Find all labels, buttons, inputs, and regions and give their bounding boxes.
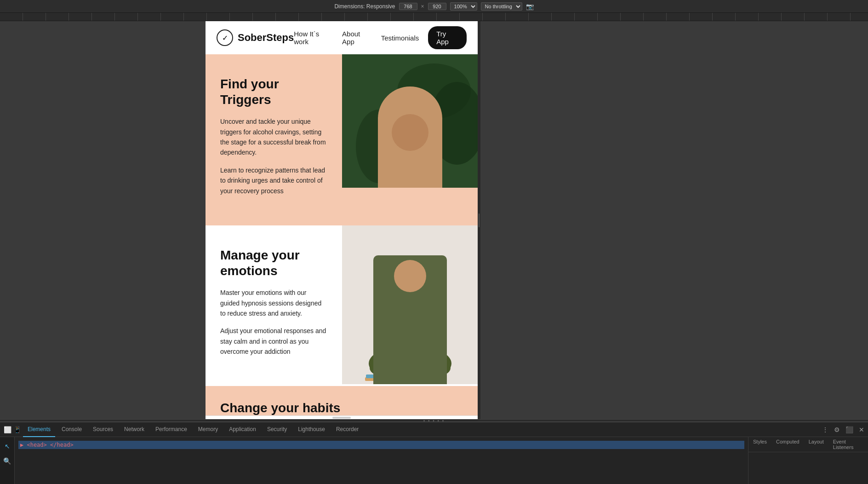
svg-point-24 bbox=[390, 265, 430, 285]
svg-rect-16 bbox=[388, 311, 432, 361]
devtools-panel: ⬜ 📱 Elements Console Sources Network Per… bbox=[0, 422, 868, 484]
svg-point-17 bbox=[372, 312, 395, 360]
svg-rect-27 bbox=[426, 283, 434, 293]
devtools-right-tab-computed[interactable]: Computed bbox=[771, 437, 804, 452]
svg-point-13 bbox=[370, 359, 406, 377]
devtools-tree-row-head[interactable]: ▶ <head> </head> bbox=[18, 441, 744, 449]
devtools-tab-recorder[interactable]: Recorder bbox=[331, 422, 363, 437]
svg-point-15 bbox=[373, 359, 447, 384]
devtools-action-icons: ⋮ ⚙ ⬛ ✕ bbox=[822, 426, 864, 433]
devtools-tab-console[interactable]: Console bbox=[57, 422, 86, 437]
nav-link-try-app[interactable]: Try App bbox=[428, 26, 467, 49]
man-illustration bbox=[342, 225, 478, 384]
woman-illustration bbox=[342, 54, 478, 188]
section-emotions: Manage your emotions Master your emotion… bbox=[206, 225, 478, 386]
logo-text: SoberSteps bbox=[238, 32, 294, 44]
app-navbar: ✓ SoberSteps How It`s work About App Tes… bbox=[206, 21, 478, 54]
nav-links: How It`s work About App Testimonials Try… bbox=[294, 26, 467, 49]
devtools-content: ↖ 🔍 ▶ <head> </head> Styles Computed Lay… bbox=[0, 437, 868, 484]
app-frame: ✓ SoberSteps How It`s work About App Tes… bbox=[206, 21, 478, 419]
devtools-tab-sources[interactable]: Sources bbox=[88, 422, 118, 437]
main-wrapper: ✓ SoberSteps How It`s work About App Tes… bbox=[0, 21, 868, 419]
devtools-tab-security[interactable]: Security bbox=[263, 422, 291, 437]
devtools-right-tab-layout[interactable]: Layout bbox=[804, 437, 828, 452]
checkmark-icon: ✓ bbox=[222, 34, 228, 42]
nav-link-how-it-works[interactable]: How It`s work bbox=[294, 30, 333, 46]
devtools-tab-network[interactable]: Network bbox=[120, 422, 149, 437]
scroll-bar[interactable] bbox=[206, 415, 478, 419]
devtools-overflow-icon[interactable]: ⋮ bbox=[822, 426, 828, 433]
devtools-tab-bar: ⬜ 📱 Elements Console Sources Network Per… bbox=[0, 422, 868, 437]
svg-point-14 bbox=[414, 359, 451, 377]
dimensions-label: Dimensions: Responsive bbox=[334, 3, 395, 10]
devtools-search-icon[interactable]: 🔍 bbox=[1, 455, 13, 467]
devtools-close-icon[interactable]: ✕ bbox=[859, 426, 864, 433]
devtools-tab-application[interactable]: Application bbox=[224, 422, 261, 437]
emotions-text: Manage your emotions Master your emotion… bbox=[206, 225, 342, 386]
svg-rect-4 bbox=[393, 146, 429, 188]
devtools-tab-elements[interactable]: Elements bbox=[23, 422, 55, 437]
svg-point-31 bbox=[407, 379, 413, 384]
devtools-right-tab-styles[interactable]: Styles bbox=[748, 437, 771, 452]
devtools-tab-lighthouse[interactable]: Lighthouse bbox=[293, 422, 330, 437]
svg-point-12 bbox=[369, 345, 451, 382]
nav-link-testimonials[interactable]: Testimonials bbox=[381, 34, 419, 42]
nav-link-about-app[interactable]: About App bbox=[342, 30, 372, 46]
throttle-select[interactable]: No throttling bbox=[481, 2, 522, 11]
devtools-pointer-icon[interactable]: ↖ bbox=[3, 441, 12, 452]
triggers-para1: Uncover and tackle your unique triggers … bbox=[220, 116, 327, 158]
svg-point-20 bbox=[415, 351, 431, 362]
svg-rect-10 bbox=[388, 160, 434, 188]
tree-tag-open: ▶ <head> bbox=[20, 442, 47, 448]
svg-point-19 bbox=[389, 351, 405, 362]
width-input[interactable] bbox=[399, 3, 417, 10]
svg-rect-26 bbox=[385, 283, 394, 293]
devtools-dock-icon[interactable]: ⬛ bbox=[845, 426, 853, 433]
svg-point-6 bbox=[393, 102, 437, 150]
scroll-indicator bbox=[332, 417, 351, 419]
browser-toolbar: Dimensions: Responsive × 100% No throttl… bbox=[0, 0, 868, 13]
devtools-left-icons: ↖ 🔍 bbox=[0, 437, 15, 484]
svg-point-22 bbox=[389, 267, 431, 313]
section-triggers: Find your Triggers Uncover and tackle yo… bbox=[206, 54, 478, 225]
devtools-settings-icon[interactable]: ⚙ bbox=[834, 426, 840, 433]
svg-point-8 bbox=[420, 105, 439, 128]
triggers-text: Find your Triggers Uncover and tackle yo… bbox=[206, 54, 342, 225]
height-input[interactable] bbox=[428, 3, 446, 10]
svg-point-9 bbox=[390, 122, 397, 132]
triggers-image bbox=[342, 54, 478, 188]
svg-rect-11 bbox=[342, 225, 478, 384]
emotions-image bbox=[342, 225, 478, 384]
triggers-para2: Learn to recognize patterns that lead to… bbox=[220, 165, 327, 196]
devtools-tree-panel: ▶ <head> </head> bbox=[15, 437, 748, 484]
tree-tag-close: </head> bbox=[50, 442, 74, 448]
emotions-para1: Master your emotions with our guided hyp… bbox=[220, 288, 327, 318]
svg-rect-28 bbox=[378, 340, 389, 354]
device-icon[interactable]: 📱 bbox=[13, 426, 21, 433]
logo-icon: ✓ bbox=[217, 29, 233, 46]
ruler-bar bbox=[0, 13, 868, 21]
section-habits: Change your habits bbox=[206, 386, 478, 415]
svg-point-18 bbox=[426, 312, 448, 360]
devtools-right-tabs: Styles Computed Layout Event Listeners bbox=[748, 437, 868, 452]
screenshot-icon[interactable]: 📷 bbox=[526, 3, 534, 10]
devtools-tab-memory[interactable]: Memory bbox=[194, 422, 223, 437]
inspector-icon[interactable]: ⬜ bbox=[4, 426, 11, 433]
devtools-tab-performance[interactable]: Performance bbox=[151, 422, 192, 437]
svg-rect-25 bbox=[390, 275, 430, 284]
devtools-right-tab-event-listeners[interactable]: Event Listeners bbox=[828, 437, 868, 452]
devtools-right-panel: Styles Computed Layout Event Listeners bbox=[748, 437, 868, 484]
svg-rect-21 bbox=[404, 301, 417, 314]
app-logo[interactable]: ✓ SoberSteps bbox=[217, 29, 294, 46]
svg-point-23 bbox=[395, 295, 425, 310]
svg-rect-5 bbox=[404, 135, 418, 151]
svg-rect-30 bbox=[366, 375, 383, 378]
zoom-select[interactable]: 100% bbox=[450, 2, 477, 11]
resize-line bbox=[479, 213, 480, 227]
triggers-title: Find your Triggers bbox=[220, 76, 327, 107]
dimension-separator: × bbox=[421, 3, 424, 10]
emotions-para2: Adjust your emotional responses and stay… bbox=[220, 326, 327, 357]
svg-point-3 bbox=[356, 109, 402, 183]
side-left bbox=[0, 21, 206, 419]
habits-title: Change your habits bbox=[220, 401, 463, 415]
